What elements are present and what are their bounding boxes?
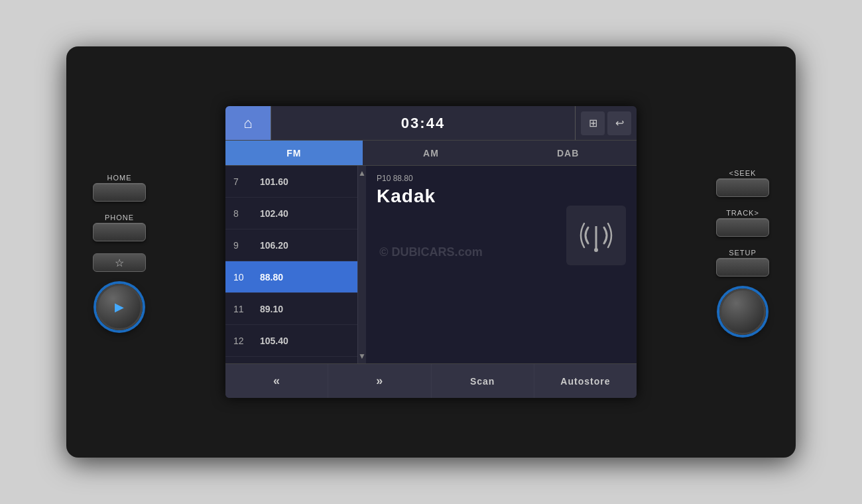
preset-item-8[interactable]: 8 102.40 (225, 198, 357, 229)
scroll-down-arrow[interactable]: ▼ (358, 351, 366, 361)
antenna-svg (576, 216, 616, 255)
tab-fm[interactable]: FM (225, 141, 363, 165)
tuner-knob[interactable] (719, 288, 766, 335)
phone-button[interactable] (93, 223, 146, 241)
preset-item-11[interactable]: 11 89.10 (225, 293, 357, 325)
car-infotainment-unit: HOME PHONE ☆ ▶ ⌂ 03:44 ⊞ (66, 46, 796, 458)
infotainment-screen: ⌂ 03:44 ⊞ ↩ FM AM DAB (225, 106, 637, 398)
setup-label: SETUP (716, 249, 769, 257)
scan-button[interactable]: Scan (432, 364, 534, 398)
favorites-button[interactable]: ☆ (93, 253, 146, 272)
preset-item-9[interactable]: 9 106.20 (225, 229, 357, 261)
preset-scrollbar: ▲ ▼ (358, 166, 366, 363)
back-icon: ↩ (615, 117, 624, 129)
bottom-controls: « » Scan Autostore (225, 363, 637, 398)
setup-button[interactable] (716, 258, 769, 277)
right-controls: <SEEK TRACK> SETUP (716, 169, 769, 335)
preset-item-12[interactable]: 12 105.40 (225, 325, 357, 357)
power-icon: ▶ (115, 300, 124, 314)
rewind-button[interactable]: « (225, 364, 328, 398)
station-name: Kadak (377, 186, 626, 207)
left-controls: HOME PHONE ☆ ▶ (93, 174, 146, 330)
back-button[interactable]: ↩ (607, 111, 631, 135)
volume-knob[interactable]: ▶ (96, 284, 143, 330)
screen-header: ⌂ 03:44 ⊞ ↩ (225, 106, 637, 141)
preset-item-10[interactable]: 10 88.80 (225, 261, 357, 293)
forward-button[interactable]: » (328, 364, 431, 398)
header-icons: ⊞ ↩ (576, 106, 637, 140)
grid-button[interactable]: ⊞ (581, 111, 605, 135)
phone-label: PHONE (93, 214, 146, 221)
preset-list: 7 101.60 8 102.40 9 106.20 10 88.80 11 (225, 166, 358, 363)
preset-item-7[interactable]: 7 101.60 (225, 166, 357, 198)
setup-button-group: SETUP (716, 249, 769, 277)
phone-button-group: PHONE (93, 214, 146, 241)
screen-main: 7 101.60 8 102.40 9 106.20 10 88.80 11 (225, 166, 637, 363)
time-text: 03:44 (401, 115, 445, 132)
signal-icon (566, 206, 626, 265)
tab-am[interactable]: AM (363, 141, 500, 165)
screen-home-button[interactable]: ⌂ (225, 106, 271, 140)
home-icon: ⌂ (243, 115, 252, 132)
seek-label: <SEEK (716, 169, 769, 177)
scroll-up-arrow[interactable]: ▲ (358, 168, 366, 178)
tab-dab[interactable]: DAB (499, 141, 637, 165)
home-label: HOME (93, 174, 146, 182)
home-button-group: HOME (93, 174, 146, 202)
grid-icon: ⊞ (589, 117, 597, 129)
seek-button-group: <SEEK (716, 169, 769, 197)
home-button[interactable] (93, 183, 146, 202)
preset-info: P10 88.80 (377, 174, 626, 183)
seek-button[interactable] (716, 178, 769, 197)
station-info: P10 88.80 Kadak (377, 174, 626, 207)
track-button-group: TRACK> (716, 209, 769, 237)
radio-tabs: FM AM DAB (225, 141, 637, 166)
track-button[interactable] (716, 218, 769, 237)
now-playing: P10 88.80 Kadak (366, 166, 637, 363)
svg-point-1 (594, 248, 598, 252)
autostore-button[interactable]: Autostore (534, 364, 637, 398)
track-label: TRACK> (716, 209, 769, 217)
time-display: 03:44 (271, 106, 576, 140)
star-icon: ☆ (115, 257, 124, 269)
